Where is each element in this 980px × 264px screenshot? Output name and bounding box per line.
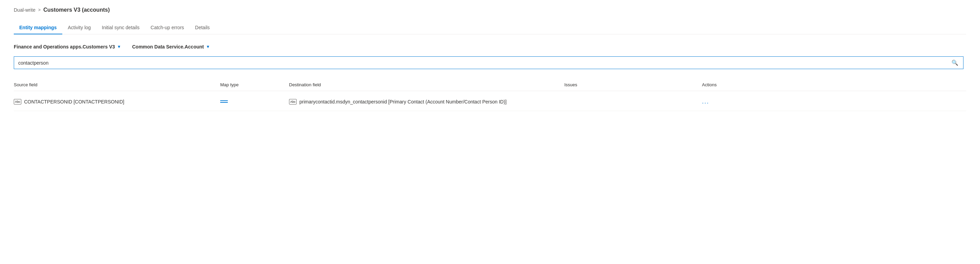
header-map-type: Map type (220, 82, 289, 87)
tab-initial-sync-details[interactable]: Initial sync details (96, 21, 145, 34)
destination-field-text: primarycontactid.msdyn_contactpersonid [… (299, 99, 506, 104)
breadcrumb-parent[interactable]: Dual-write (14, 7, 35, 13)
dash-line-2 (220, 102, 228, 103)
destination-column-header: Common Data Service.Account ▼ (132, 44, 210, 49)
tabs-container: Entity mappings Activity log Initial syn… (14, 21, 966, 34)
dash-line-1 (220, 100, 228, 101)
source-abc-icon: Abc (14, 99, 21, 104)
header-source-field: Source field (14, 82, 220, 87)
tab-activity-log[interactable]: Activity log (62, 21, 96, 34)
header-destination-field: Destination field (289, 82, 564, 87)
tab-entity-mappings[interactable]: Entity mappings (14, 21, 62, 34)
column-headers: Finance and Operations apps.Customers V3… (14, 44, 966, 49)
destination-abc-icon: Abc (289, 99, 297, 104)
destination-column-label: Common Data Service.Account (132, 44, 204, 49)
destination-filter-icon[interactable]: ▼ (206, 44, 210, 49)
destination-field-cell: Abc primarycontactid.msdyn_contactperson… (289, 99, 564, 104)
source-column-header: Finance and Operations apps.Customers V3… (14, 44, 121, 49)
actions-more-button[interactable]: ... (702, 98, 709, 105)
header-issues: Issues (564, 82, 702, 87)
search-icon: 🔍 (951, 60, 958, 66)
search-container: 🔍 (14, 56, 964, 69)
search-button[interactable]: 🔍 (947, 57, 963, 69)
map-type-cell (220, 100, 289, 103)
destination-field-label: Abc primarycontactid.msdyn_contactperson… (289, 99, 564, 104)
table-header: Source field Map type Destination field … (14, 79, 966, 91)
source-column-label: Finance and Operations apps.Customers V3 (14, 44, 115, 49)
breadcrumb-current: Customers V3 (accounts) (43, 7, 110, 13)
source-field-label: Abc CONTACTPERSONID [CONTACTPERSONID] (14, 99, 220, 104)
source-filter-icon[interactable]: ▼ (117, 44, 121, 49)
table-row: Abc CONTACTPERSONID [CONTACTPERSONID] Ab… (14, 92, 966, 111)
breadcrumb-separator: > (38, 8, 41, 13)
source-field-text: CONTACTPERSONID [CONTACTPERSONID] (24, 99, 124, 104)
map-type-icon (220, 100, 289, 103)
breadcrumb: Dual-write > Customers V3 (accounts) (14, 7, 966, 13)
search-input[interactable] (14, 57, 947, 68)
tab-details[interactable]: Details (189, 21, 215, 34)
actions-cell: ... (702, 98, 966, 105)
table-container: Source field Map type Destination field … (14, 79, 966, 111)
tab-catch-up-errors[interactable]: Catch-up errors (145, 21, 189, 34)
source-field-cell: Abc CONTACTPERSONID [CONTACTPERSONID] (14, 99, 220, 104)
header-actions: Actions (702, 82, 966, 87)
